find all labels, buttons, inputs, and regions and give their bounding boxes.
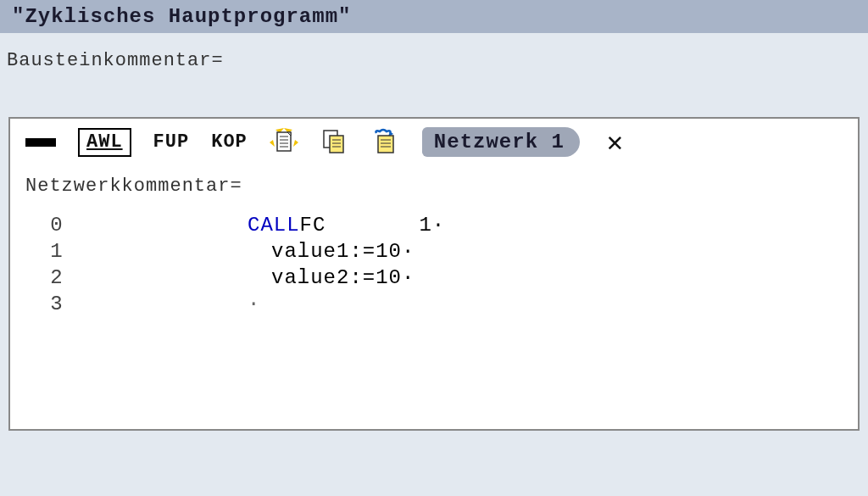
code-text: value1:=10·: [248, 240, 415, 263]
network-tab[interactable]: Netzwerk 1: [422, 127, 580, 157]
code-editor[interactable]: 0 CALL FC 1· 1 value1:=10· 2 value2:=10·…: [10, 203, 858, 317]
svg-marker-3: [293, 140, 298, 147]
svg-rect-4: [277, 132, 291, 151]
title-bar: "Zyklisches Hauptprogramm": [0, 0, 868, 33]
code-keyword: CALL: [248, 214, 300, 237]
code-text: FC: [300, 214, 326, 237]
code-line[interactable]: 3 ·: [10, 291, 858, 317]
collapse-icon[interactable]: [25, 128, 56, 157]
block-comment-row: Bausteinkommentar=: [0, 33, 868, 76]
line-number: 3: [10, 293, 103, 315]
awl-button[interactable]: AWL: [78, 128, 131, 157]
paste-icon[interactable]: [371, 128, 400, 157]
code-line[interactable]: 1 value1:=10·: [10, 238, 858, 265]
line-number: 2: [10, 266, 103, 289]
line-number: 0: [10, 214, 103, 237]
network-panel: AWL FUP KOP: [8, 117, 860, 431]
block-comment-label: Bausteinkommentar=: [7, 50, 224, 71]
block-comment-value[interactable]: [0, 76, 868, 110]
code-param: 1·: [326, 214, 445, 237]
program-title: "Zyklisches Hauptprogramm": [12, 5, 351, 28]
network-comment-row: Netzwerkkommentar=: [10, 160, 858, 203]
svg-rect-11: [330, 136, 343, 153]
code-line[interactable]: 0 CALL FC 1·: [10, 212, 858, 238]
kop-button[interactable]: KOP: [211, 128, 248, 157]
new-doc-icon[interactable]: [270, 128, 298, 157]
network-toolbar: AWL FUP KOP: [10, 119, 858, 160]
line-number: 1: [10, 240, 103, 263]
svg-rect-16: [378, 136, 393, 153]
close-icon[interactable]: ✕: [602, 128, 629, 157]
code-text: value2:=10·: [248, 266, 415, 289]
network-comment-label: Netzwerkkommentar=: [25, 176, 242, 197]
fup-button[interactable]: FUP: [153, 128, 190, 157]
copy-icon[interactable]: [320, 128, 349, 157]
code-line[interactable]: 2 value2:=10·: [10, 265, 858, 291]
svg-marker-2: [270, 140, 275, 147]
code-text: ·: [248, 293, 260, 315]
